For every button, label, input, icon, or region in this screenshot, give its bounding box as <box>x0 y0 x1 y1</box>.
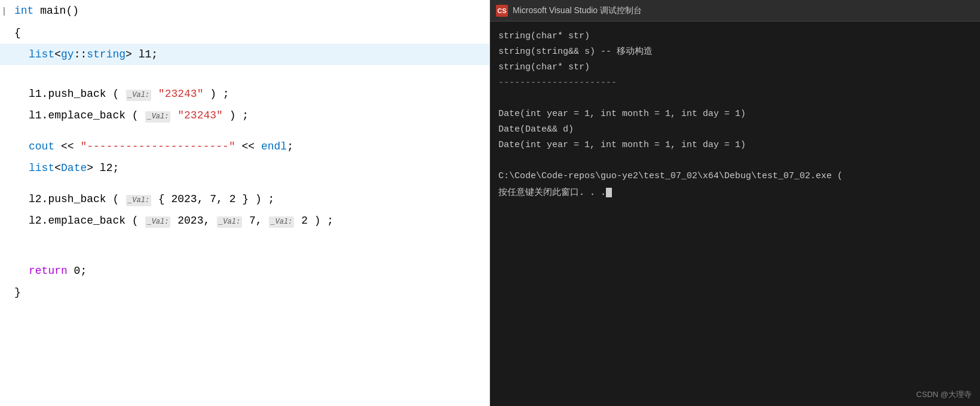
console-line: string(char* str) <box>498 60 972 75</box>
keyword-list: list <box>29 48 54 60</box>
keyword-cout: cout <box>29 141 54 152</box>
console-panel: CS Microsoft Visual Studio 调试控制台 string(… <box>490 0 980 406</box>
console-line: string(string&& s) -- 移动构造 <box>498 44 972 60</box>
console-window[interactable]: CS Microsoft Visual Studio 调试控制台 string(… <box>490 0 980 406</box>
line-indicator: | <box>0 2 8 21</box>
hint-val: _Val: <box>145 216 170 228</box>
code-line <box>0 126 489 136</box>
code-token: push_back <box>48 193 106 205</box>
string-literal: "23243" <box>152 88 203 100</box>
code-line <box>0 65 489 77</box>
code-line: l2.emplace_back ( _Val: 2023, _Val: 7, _… <box>0 210 489 231</box>
type-date: Date <box>61 162 87 174</box>
code-line: | int main() <box>0 0 489 22</box>
console-title: Microsoft Visual Studio 调试控制台 <box>513 5 642 16</box>
hint-val: _Val: <box>217 216 242 228</box>
console-close-msg: 按任意键关闭此窗口. . . <box>498 184 972 200</box>
hint-val: _Val: <box>126 195 151 206</box>
code-token: << <box>235 141 261 152</box>
code-text: cout << "----------------------" << endl… <box>11 137 489 156</box>
watermark: CSDN @大理寺 <box>916 389 972 400</box>
code-text: list<Date> l2; <box>11 158 489 178</box>
cursor <box>606 188 612 197</box>
vs-icon: CS <box>496 5 508 17</box>
code-line: l1.push_back ( _Val: "23243" ) ; <box>0 83 489 105</box>
code-token: emplace_back <box>48 215 125 227</box>
code-token: > l1; <box>125 48 158 60</box>
code-token: < <box>54 162 61 174</box>
string-literal: "23243" <box>171 109 222 121</box>
code-text: int main() <box>11 1 489 20</box>
code-token: string <box>87 48 125 60</box>
code-line <box>0 251 489 260</box>
console-line: string(char* str) <box>498 29 972 44</box>
code-token: push_back <box>48 88 106 100</box>
code-editor[interactable]: | int main() { list<gy::string> l1; <box>0 0 490 406</box>
code-token: 2023, <box>171 215 216 227</box>
code-token: > l2; <box>87 162 119 174</box>
code-token: emplace_back <box>48 109 125 121</box>
code-line <box>0 179 489 188</box>
code-text: } <box>11 283 489 302</box>
console-line: Date(int year = 1, int month = 1, int da… <box>498 106 972 122</box>
code-token: ) ; <box>203 88 229 100</box>
code-text: { <box>11 23 489 42</box>
code-token: l2. <box>29 215 48 227</box>
console-line <box>498 153 972 169</box>
code-text: l2.push_back ( _Val: { 2023, 7, 2 } ) ; <box>11 190 489 209</box>
code-content: | int main() { list<gy::string> l1; <box>0 0 489 406</box>
code-text: l2.emplace_back ( _Val: 2023, _Val: 7, _… <box>11 211 489 230</box>
code-token: ( <box>125 109 145 121</box>
code-token: gy <box>61 48 74 60</box>
code-token: < <box>54 48 61 60</box>
keyword-return: return <box>29 265 68 277</box>
code-text: list<gy::string> l1; <box>11 45 489 64</box>
code-text: return 0; <box>11 261 489 280</box>
keyword-int: int <box>14 5 33 17</box>
code-token: } <box>14 286 21 298</box>
code-token: ( <box>106 193 125 205</box>
code-line: cout << "----------------------" << endl… <box>0 136 489 157</box>
console-output: string(char* str) string(string&& s) -- … <box>490 22 980 406</box>
keyword-endl: endl <box>261 141 287 152</box>
code-line <box>0 241 489 251</box>
vs-icon-label: CS <box>497 7 506 14</box>
code-token: l1. <box>29 88 48 100</box>
code-line: list<Date> l2; <box>0 157 489 179</box>
code-line <box>0 77 489 83</box>
code-text: l1.push_back ( _Val: "23243" ) ; <box>11 84 489 103</box>
code-line: list<gy::string> l1; <box>0 44 489 65</box>
console-separator: ---------------------- <box>498 75 972 91</box>
code-token: l2. <box>29 193 48 205</box>
code-token: 0; <box>68 265 87 277</box>
hint-val: _Val: <box>145 111 170 123</box>
keyword-list: list <box>29 162 54 174</box>
console-path: C:\Code\Code-repos\guo-ye2\test_07_02\x6… <box>498 169 972 184</box>
code-line: } <box>0 282 489 303</box>
code-token: { <box>14 27 21 39</box>
code-token: ( <box>106 88 125 100</box>
console-line <box>498 91 972 106</box>
code-token: 7, <box>243 215 268 227</box>
code-token: l1. <box>29 109 48 121</box>
code-token: ( <box>125 215 145 227</box>
console-titlebar: CS Microsoft Visual Studio 调试控制台 <box>490 0 980 22</box>
console-line: Date(Date&& d) <box>498 122 972 138</box>
code-token: :: <box>74 48 87 60</box>
code-line: { <box>0 22 489 44</box>
string-literal: "----------------------" <box>80 141 235 152</box>
code-line: l1.emplace_back ( _Val: "23243" ) ; <box>0 105 489 126</box>
code-token: << <box>54 141 80 152</box>
code-token: { 2023, 7, 2 } ) ; <box>152 193 274 205</box>
code-token: () <box>66 5 79 17</box>
code-token: 2 ) ; <box>295 215 333 227</box>
code-text: l1.emplace_back ( _Val: "23243" ) ; <box>11 106 489 125</box>
hint-val: _Val: <box>269 216 294 228</box>
console-line: Date(int year = 1, int month = 1, int da… <box>498 138 972 153</box>
code-token: ; <box>287 141 293 152</box>
code-token: main <box>40 5 66 17</box>
code-token: ) ; <box>223 109 249 121</box>
code-line: l2.push_back ( _Val: { 2023, 7, 2 } ) ; <box>0 188 489 210</box>
code-line <box>0 231 489 241</box>
code-line: return 0; <box>0 260 489 282</box>
